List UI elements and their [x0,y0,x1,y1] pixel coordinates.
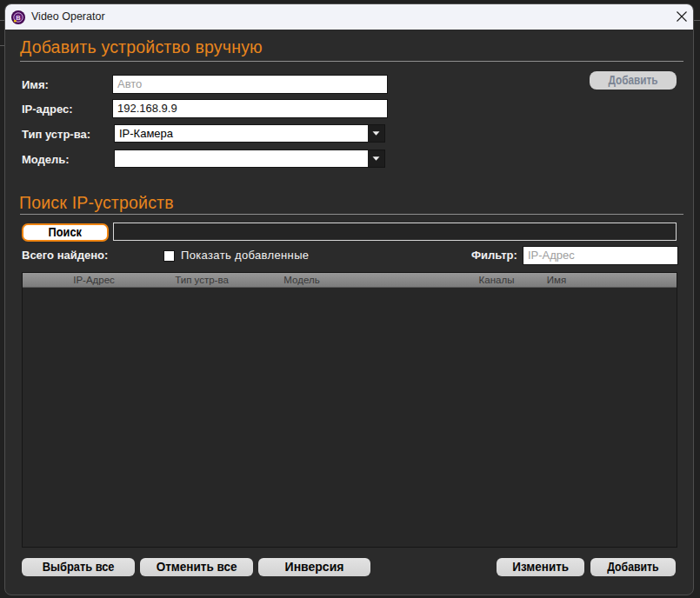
svg-text:B: B [16,14,21,22]
